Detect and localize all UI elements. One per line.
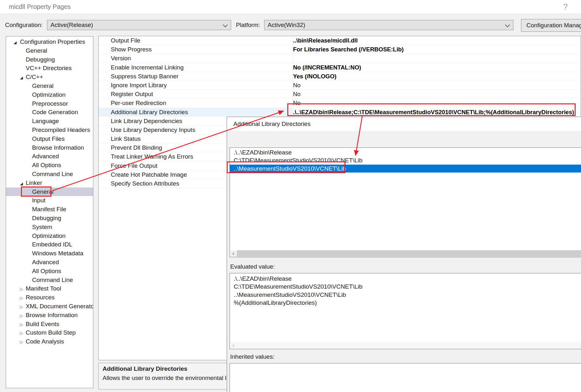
expander-expanded-icon[interactable] xyxy=(14,37,17,47)
expander-collapsed-icon[interactable] xyxy=(20,284,23,294)
configuration-dropdown-value: Active(Release) xyxy=(50,22,93,28)
scrollbar-thumb[interactable] xyxy=(237,250,581,257)
configuration-dropdown[interactable]: Active(Release) xyxy=(47,20,231,30)
tree-item-debugging[interactable]: Debugging xyxy=(6,55,93,64)
tree-item-command-line[interactable]: Command Line xyxy=(6,276,93,284)
tree-item-code-analysis[interactable]: Code Analysis xyxy=(6,337,93,346)
tree-item-label: All Options xyxy=(32,162,61,168)
tree-item-advanced[interactable]: Advanced xyxy=(6,152,93,161)
tree-item-browse-information[interactable]: Browse Information xyxy=(6,143,93,152)
dialog-titlebar[interactable]: Additional Library Directories xyxy=(227,117,581,131)
dialog-title: Additional Library Directories xyxy=(233,117,311,131)
inherited-values-box[interactable] xyxy=(230,363,581,392)
chevron-down-icon xyxy=(505,23,510,28)
tree-item-optimization[interactable]: Optimization xyxy=(6,232,93,240)
tree-item-label: Input xyxy=(32,197,45,204)
expander-collapsed-icon[interactable] xyxy=(20,311,23,320)
property-row-show-progress[interactable]: Show ProgressFor Libraries Searched (/VE… xyxy=(99,45,581,54)
expander-collapsed-icon[interactable] xyxy=(20,320,23,329)
annotation-box-library-directories-value xyxy=(287,103,576,116)
property-row-suppress-startup-banner[interactable]: Suppress Startup BannerYes (/NOLOGO) xyxy=(99,72,581,81)
tree-item-advanced[interactable]: Advanced xyxy=(6,258,93,267)
tree-item-label: Custom Build Step xyxy=(26,329,76,336)
property-value[interactable]: No (/INCREMENTAL:NO) xyxy=(293,63,581,72)
tree-item-vc-directories[interactable]: VC++ Directories xyxy=(6,64,93,73)
tree-item-custom-build-step[interactable]: Custom Build Step xyxy=(6,328,93,337)
configuration-manager-button[interactable]: Configuration Manage xyxy=(521,19,581,32)
tree-item-code-generation[interactable]: Code Generation xyxy=(6,108,93,117)
tree-item-linker[interactable]: Linker xyxy=(6,179,93,187)
property-row-output-file[interactable]: Output File..\bin\Release/micdll.dll xyxy=(99,36,581,45)
tree-item-label: General xyxy=(26,47,47,54)
description-title: Additional Library Directories xyxy=(103,365,187,372)
help-icon[interactable]: ? xyxy=(561,1,570,13)
tree-item-windows-metadata[interactable]: Windows Metadata xyxy=(6,249,93,258)
expander-collapsed-icon[interactable] xyxy=(20,337,23,347)
tree-item-system[interactable]: System xyxy=(6,223,93,232)
expander-collapsed-icon[interactable] xyxy=(20,302,23,311)
tree-item-label: Preprocessor xyxy=(32,100,68,107)
directory-list-item[interactable]: .\..\EZAD\bin\Release xyxy=(230,148,581,156)
tree-item-label: Advanced xyxy=(32,259,59,265)
evaluated-horizontal-scrollbar[interactable] xyxy=(230,342,581,349)
tree-item-manifest-tool[interactable]: Manifest Tool xyxy=(6,284,93,293)
property-row-register-output[interactable]: Register OutputNo xyxy=(99,90,581,99)
tree-item-c-c[interactable]: C/C++ xyxy=(6,73,93,82)
tree-item-label: Command Line xyxy=(32,277,73,283)
property-row-version[interactable]: Version xyxy=(99,54,581,63)
tree-item-debugging[interactable]: Debugging xyxy=(6,214,93,223)
tree-item-output-files[interactable]: Output Files xyxy=(6,134,93,143)
tree-item-input[interactable]: Input xyxy=(6,196,93,205)
tree-item-resources[interactable]: Resources xyxy=(6,293,93,302)
evaluated-value-line: %(AdditionalLibraryDirectories) xyxy=(230,299,581,307)
tree-item-command-line[interactable]: Command Line xyxy=(6,170,93,179)
tree-item-label: Advanced xyxy=(32,153,59,160)
tree-item-xml-document-generator[interactable]: XML Document Generator xyxy=(6,302,93,311)
tree-item-label: Output Files xyxy=(32,135,64,142)
chevron-down-icon xyxy=(223,23,228,28)
tree-item-label: Debugging xyxy=(26,56,55,63)
property-value[interactable]: For Libraries Searched (/VERBOSE:Lib) xyxy=(293,45,581,54)
property-value[interactable]: ..\bin\Release/micdll.dll xyxy=(293,36,581,45)
tree-item-browse-information[interactable]: Browse Information xyxy=(6,311,93,320)
property-value[interactable]: Yes (/NOLOGO) xyxy=(293,72,581,81)
property-value[interactable] xyxy=(293,54,581,62)
property-label: Enable Incremental Linking xyxy=(99,63,293,72)
tree-item-label: Debugging xyxy=(32,215,61,221)
property-row-enable-incremental-linking[interactable]: Enable Incremental LinkingNo (/INCREMENT… xyxy=(99,63,581,72)
tree-item-label: Embedded IDL xyxy=(32,241,72,248)
list-horizontal-scrollbar[interactable] xyxy=(230,250,581,257)
property-label: Register Output xyxy=(99,90,293,98)
tree-item-all-options[interactable]: All Options xyxy=(6,267,93,276)
tree-item-label: Language xyxy=(32,118,59,124)
property-value[interactable]: No xyxy=(293,90,581,98)
tree-item-preprocessor[interactable]: Preprocessor xyxy=(6,99,93,108)
tree-item-general[interactable]: General xyxy=(6,46,93,55)
platform-dropdown[interactable]: Active(Win32) xyxy=(264,20,513,30)
evaluated-value-box: .\..\EZAD\bin\ReleaseC:\TDE\MeasurementS… xyxy=(230,273,581,349)
tree-item-label: Code Analysis xyxy=(26,338,64,345)
expander-collapsed-icon[interactable] xyxy=(20,293,23,303)
expander-collapsed-icon[interactable] xyxy=(20,328,23,338)
tree-item-precompiled-headers[interactable]: Precompiled Headers xyxy=(6,126,93,134)
tree-item-embedded-idl[interactable]: Embedded IDL xyxy=(6,240,93,249)
tree-item-label: VC++ Directories xyxy=(26,65,72,71)
scroll-left-icon[interactable] xyxy=(230,342,237,349)
property-label: Output File xyxy=(99,36,293,45)
evaluated-value-line: ..\MeasurementStudioVS2010\VCNET\Lib xyxy=(230,291,581,299)
property-row-ignore-import-library[interactable]: Ignore Import LibraryNo xyxy=(99,81,581,90)
tree-item-label: Code Generation xyxy=(32,109,78,115)
tree-item-manifest-file[interactable]: Manifest File xyxy=(6,205,93,214)
tree-item-optimization[interactable]: Optimization xyxy=(6,90,93,99)
scroll-left-icon[interactable] xyxy=(230,250,237,257)
tree-item-build-events[interactable]: Build Events xyxy=(6,320,93,329)
window-title: micdll Property Pages xyxy=(9,0,71,13)
tree-item-configuration-properties[interactable]: Configuration Properties xyxy=(6,37,93,46)
tree-item-all-options[interactable]: All Options xyxy=(6,161,93,170)
tree-item-language[interactable]: Language xyxy=(6,117,93,126)
evaluated-value-label: Evaluated value: xyxy=(230,262,275,271)
property-value[interactable]: No xyxy=(293,81,581,89)
expander-expanded-icon[interactable] xyxy=(20,73,23,82)
tree-item-general[interactable]: General xyxy=(6,82,93,90)
annotation-box-general xyxy=(21,186,51,197)
